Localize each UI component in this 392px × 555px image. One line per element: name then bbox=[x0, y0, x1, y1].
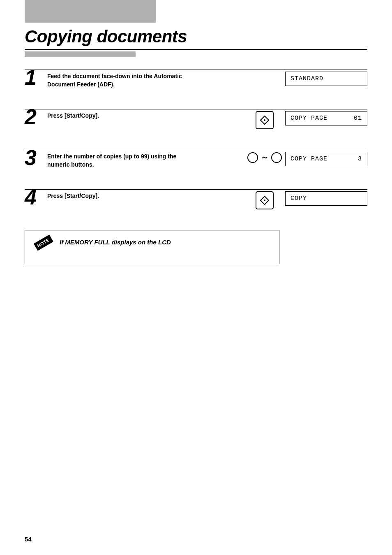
num-circle-left bbox=[247, 152, 258, 163]
step-display-area-4: COPY bbox=[285, 190, 367, 206]
lcd-label-2: COPY PAGE bbox=[291, 115, 327, 122]
page-number: 54 bbox=[25, 536, 32, 543]
lcd-display-3: COPY PAGE 3 bbox=[285, 152, 367, 166]
step-number-1: 1 bbox=[25, 67, 47, 88]
step-content-4: Press [Start/Copy]. bbox=[47, 190, 244, 200]
num-circle-right bbox=[271, 152, 282, 163]
lcd-label-4: COPY bbox=[291, 195, 307, 202]
lcd-label-1: STANDARD bbox=[291, 75, 323, 82]
step-row-3: 3 Enter the number of copies (up to 99) … bbox=[25, 150, 367, 177]
step-number-4: 4 bbox=[25, 186, 47, 208]
title-underbar bbox=[25, 51, 136, 57]
step-icon-area-1 bbox=[244, 70, 285, 72]
start-copy-button-icon-2 bbox=[256, 111, 274, 129]
lcd-display-1: STANDARD bbox=[285, 72, 367, 86]
step-content-3: Enter the number of copies (up to 99) us… bbox=[47, 150, 244, 169]
title-rule bbox=[25, 49, 367, 50]
diamond-icon-4 bbox=[260, 195, 270, 205]
start-copy-button-icon-4 bbox=[256, 191, 274, 209]
step-number-2: 2 bbox=[25, 106, 47, 128]
step-row-4: 4 Press [Start/Copy]. COPY bbox=[25, 189, 367, 218]
note-text: If MEMORY FULL displays on the LCD bbox=[60, 238, 171, 246]
page-title: Copying documents bbox=[25, 27, 367, 46]
step-text-4: Press [Start/Copy]. bbox=[47, 192, 199, 200]
svg-point-1 bbox=[264, 119, 265, 121]
step-row-2: 2 Press [Start/Copy]. COPY PAGE bbox=[25, 109, 367, 137]
lcd-display-4: COPY bbox=[285, 191, 367, 206]
step-icon-area-4 bbox=[244, 190, 285, 209]
step-content-2: Press [Start/Copy]. bbox=[47, 109, 244, 120]
step-icon-area-2 bbox=[244, 109, 285, 129]
header-gray-block bbox=[25, 0, 156, 23]
svg-point-3 bbox=[264, 200, 265, 201]
tilde-symbol: ～ bbox=[261, 152, 269, 163]
note-box: NOTE If MEMORY FULL displays on the LCD bbox=[25, 230, 279, 264]
step-row-1: 1 Feed the document face-down into the A… bbox=[25, 70, 367, 97]
lcd-value-3: 3 bbox=[358, 156, 362, 163]
step-display-area-1: STANDARD bbox=[285, 70, 367, 86]
note-badge: NOTE bbox=[34, 235, 53, 251]
numeric-buttons-icon-3: ～ bbox=[247, 152, 282, 163]
page-container: Copying documents 1 Feed the document fa… bbox=[0, 0, 392, 555]
step-display-area-2: COPY PAGE 01 bbox=[285, 109, 367, 125]
step-text-1: Feed the document face-down into the Aut… bbox=[47, 72, 199, 88]
step-display-area-3: COPY PAGE 3 bbox=[285, 150, 367, 166]
step-text-2: Press [Start/Copy]. bbox=[47, 112, 199, 120]
step-icon-area-3: ～ bbox=[244, 150, 285, 163]
step-number-3: 3 bbox=[25, 147, 47, 168]
step-content-1: Feed the document face-down into the Aut… bbox=[47, 70, 244, 88]
diamond-icon-2 bbox=[260, 115, 270, 125]
lcd-value-2: 01 bbox=[354, 115, 362, 122]
lcd-label-3: COPY PAGE bbox=[291, 156, 327, 163]
steps-area: 1 Feed the document face-down into the A… bbox=[25, 70, 367, 218]
lcd-display-2: COPY PAGE 01 bbox=[285, 111, 367, 125]
step-text-3: Enter the number of copies (up to 99) us… bbox=[47, 153, 199, 169]
